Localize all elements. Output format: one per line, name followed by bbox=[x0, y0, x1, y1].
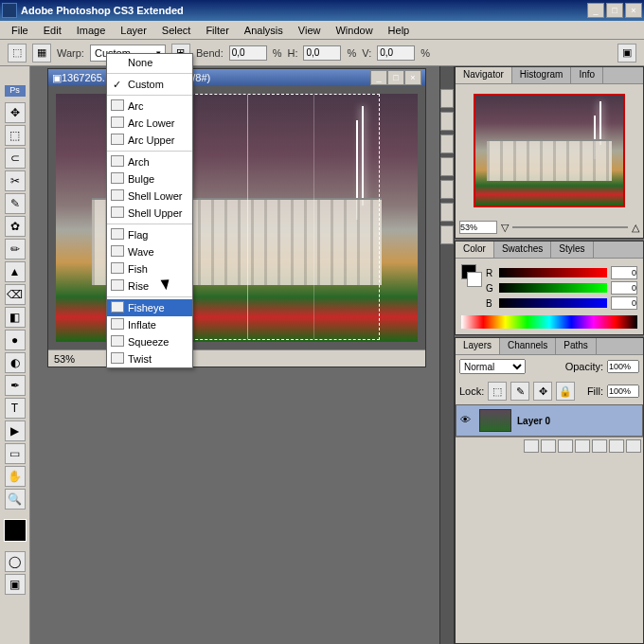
slider-blue[interactable] bbox=[499, 298, 607, 308]
tool-pen[interactable]: ✒ bbox=[5, 375, 26, 396]
tool-dodge[interactable]: ◐ bbox=[5, 352, 26, 373]
warp-option-bulge[interactable]: Bulge bbox=[107, 170, 192, 188]
color-background[interactable] bbox=[467, 272, 482, 287]
tool-path[interactable]: ▶ bbox=[5, 420, 26, 441]
layer-row[interactable]: 👁 Layer 0 bbox=[456, 404, 643, 437]
new-layer-icon[interactable] bbox=[609, 439, 624, 453]
menu-image[interactable]: Image bbox=[69, 23, 114, 38]
dock-button-1[interactable] bbox=[440, 89, 454, 108]
color-spectrum[interactable] bbox=[461, 315, 637, 329]
v-input[interactable] bbox=[377, 45, 415, 61]
tab-info[interactable]: Info bbox=[571, 67, 603, 83]
maximize-button[interactable]: □ bbox=[606, 3, 623, 18]
tool-heal[interactable]: ✿ bbox=[5, 216, 26, 237]
tab-swatches[interactable]: Swatches bbox=[494, 242, 551, 258]
tool-type[interactable]: T bbox=[5, 398, 26, 419]
screenmode-icon[interactable]: ▣ bbox=[5, 574, 26, 595]
blend-mode-select[interactable]: Normal bbox=[459, 359, 526, 374]
dock-button-3[interactable] bbox=[440, 134, 454, 153]
warp-option-arc-upper[interactable]: Arc Upper bbox=[107, 132, 192, 149]
warp-option-arc[interactable]: Arc bbox=[107, 98, 192, 115]
foreground-color-swatch[interactable] bbox=[4, 519, 27, 542]
tool-move[interactable]: ✥ bbox=[5, 102, 26, 123]
quickmask-icon[interactable]: ◯ bbox=[5, 551, 26, 572]
tab-histogram[interactable]: Histogram bbox=[512, 67, 572, 83]
warp-option-twist[interactable]: Twist bbox=[107, 350, 192, 367]
layer-visibility-icon[interactable]: 👁 bbox=[460, 414, 474, 427]
warp-option-none[interactable]: None bbox=[107, 54, 192, 71]
opacity-input[interactable] bbox=[607, 360, 639, 373]
input-green[interactable] bbox=[611, 281, 637, 295]
layer-name[interactable]: Layer 0 bbox=[517, 416, 550, 426]
tool-gradient[interactable]: ◧ bbox=[5, 307, 26, 328]
document-canvas[interactable] bbox=[48, 86, 425, 349]
warp-option-arc-lower[interactable]: Arc Lower bbox=[107, 115, 192, 132]
navigator-zoom-input[interactable] bbox=[459, 221, 497, 234]
document-titlebar[interactable]: ▣ 1367265... % (Layer 0, RGB/8#) _ □ × bbox=[48, 69, 425, 86]
h-input[interactable] bbox=[303, 45, 341, 61]
menu-window[interactable]: Window bbox=[328, 23, 380, 38]
tab-color[interactable]: Color bbox=[456, 242, 494, 258]
tab-navigator[interactable]: Navigator bbox=[456, 67, 512, 83]
tab-styles[interactable]: Styles bbox=[551, 242, 593, 258]
menu-filter[interactable]: Filter bbox=[198, 23, 236, 38]
tab-channels[interactable]: Channels bbox=[500, 338, 556, 354]
warp-option-shell-lower[interactable]: Shell Lower bbox=[107, 188, 192, 205]
transform-bounding-box[interactable] bbox=[181, 94, 380, 340]
warp-option-squeeze[interactable]: Squeeze bbox=[107, 333, 192, 350]
warp-option-wave[interactable]: Wave bbox=[107, 243, 192, 260]
lock-pixels-icon[interactable]: ✎ bbox=[510, 382, 529, 401]
input-blue[interactable] bbox=[611, 296, 637, 310]
layer-style-icon[interactable] bbox=[541, 439, 556, 453]
dock-button-6[interactable] bbox=[440, 203, 454, 222]
layer-mask-icon[interactable] bbox=[558, 439, 573, 453]
warp-option-shell-upper[interactable]: Shell Upper bbox=[107, 205, 192, 222]
dock-button-7[interactable] bbox=[440, 225, 454, 244]
minimize-button[interactable]: _ bbox=[587, 3, 604, 18]
lock-position-icon[interactable]: ✥ bbox=[533, 382, 552, 401]
doc-zoom[interactable]: 53% bbox=[54, 353, 75, 365]
lock-all-icon[interactable]: 🔒 bbox=[556, 382, 575, 401]
bend-input[interactable] bbox=[229, 45, 267, 61]
menu-help[interactable]: Help bbox=[381, 23, 418, 38]
warp-option-fish[interactable]: Fish bbox=[107, 260, 192, 277]
dock-button-4[interactable] bbox=[440, 157, 454, 176]
navigator-zoom-slider[interactable] bbox=[512, 226, 628, 228]
zoom-in-icon[interactable]: △ bbox=[632, 222, 639, 234]
tool-crop[interactable]: ✂ bbox=[5, 170, 26, 191]
transform-icon[interactable]: ⬚ bbox=[8, 44, 27, 63]
tool-shape[interactable]: ▭ bbox=[5, 443, 26, 464]
group-icon[interactable] bbox=[592, 439, 607, 453]
tool-marquee[interactable]: ⬚ bbox=[5, 125, 26, 146]
tool-eyedropper[interactable]: ✎ bbox=[5, 193, 26, 214]
fill-input[interactable] bbox=[607, 385, 639, 398]
tool-brush[interactable]: ✏ bbox=[5, 239, 26, 259]
warp-option-flag[interactable]: Flag bbox=[107, 226, 192, 243]
doc-close[interactable]: × bbox=[404, 70, 421, 85]
menu-edit[interactable]: Edit bbox=[36, 23, 69, 38]
grid-icon[interactable]: ▦ bbox=[32, 44, 51, 63]
dock-button-2[interactable] bbox=[440, 112, 454, 131]
slider-green[interactable] bbox=[499, 283, 607, 293]
tab-layers[interactable]: Layers bbox=[456, 338, 500, 354]
menu-analysis[interactable]: Analysis bbox=[237, 23, 291, 38]
tool-blur[interactable]: ● bbox=[5, 330, 26, 350]
doc-minimize[interactable]: _ bbox=[370, 70, 387, 85]
menu-file[interactable]: File bbox=[4, 23, 36, 38]
input-red[interactable] bbox=[611, 266, 637, 279]
tool-eraser[interactable]: ⌫ bbox=[5, 284, 26, 305]
warp-option-arch[interactable]: Arch bbox=[107, 153, 192, 170]
link-layers-icon[interactable] bbox=[524, 439, 539, 453]
close-button[interactable]: × bbox=[625, 3, 642, 18]
doc-maximize[interactable]: □ bbox=[387, 70, 404, 85]
warp-option-custom[interactable]: Custom bbox=[107, 76, 192, 93]
warp-option-inflate[interactable]: Inflate bbox=[107, 316, 192, 333]
menu-view[interactable]: View bbox=[291, 23, 329, 38]
dock-button-5[interactable] bbox=[440, 180, 454, 199]
warp-option-fisheye[interactable]: Fisheye bbox=[107, 299, 192, 316]
tool-lasso[interactable]: ⊂ bbox=[5, 148, 26, 169]
menu-layer[interactable]: Layer bbox=[113, 23, 154, 38]
delete-layer-icon[interactable] bbox=[626, 439, 641, 453]
adjustment-layer-icon[interactable] bbox=[575, 439, 590, 453]
tool-hand[interactable]: ✋ bbox=[5, 466, 26, 487]
